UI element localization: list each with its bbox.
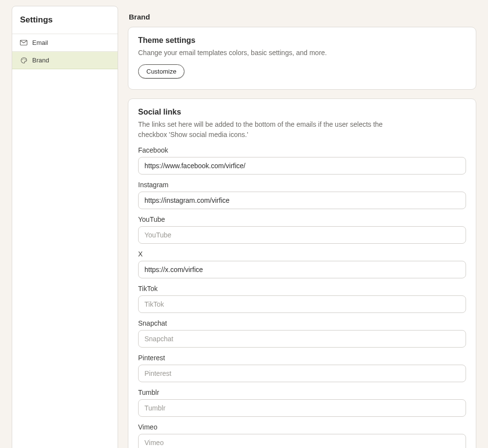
social-input-pinterest[interactable] xyxy=(138,365,466,382)
social-links-card: Social links The links set here will be … xyxy=(128,98,476,448)
svg-point-3 xyxy=(25,59,26,60)
social-field: Pinterest xyxy=(138,354,466,382)
social-fields-container: FacebookInstagramYouTubeXTikTokSnapchatP… xyxy=(138,146,466,448)
theme-settings-heading: Theme settings xyxy=(138,36,466,45)
social-field: TikTok xyxy=(138,285,466,313)
social-field: Tumblr xyxy=(138,389,466,417)
social-input-facebook[interactable] xyxy=(138,157,466,175)
theme-settings-card: Theme settings Change your email templat… xyxy=(128,27,476,90)
social-field-label: Snapchat xyxy=(138,319,466,327)
social-input-x[interactable] xyxy=(138,261,466,278)
social-field-label: Instagram xyxy=(138,181,466,189)
email-icon xyxy=(20,39,27,46)
sidebar-item-email[interactable]: Email xyxy=(12,34,118,52)
social-field: Vimeo xyxy=(138,423,466,448)
social-input-tumblr[interactable] xyxy=(138,399,466,417)
palette-icon xyxy=(20,57,27,63)
social-links-description: The links set here will be added to the … xyxy=(138,119,392,139)
svg-point-2 xyxy=(23,58,24,59)
social-input-tiktok[interactable] xyxy=(138,295,466,313)
social-field-label: Vimeo xyxy=(138,423,466,431)
social-input-snapchat[interactable] xyxy=(138,330,466,348)
sidebar-item-brand[interactable]: Brand xyxy=(12,52,118,69)
social-field: Instagram xyxy=(138,181,466,209)
social-field-label: TikTok xyxy=(138,285,466,292)
sidebar-item-label: Brand xyxy=(32,57,49,64)
settings-sidebar: Settings Email Brand xyxy=(12,6,118,448)
sidebar-title: Settings xyxy=(12,6,118,34)
main-content: Brand Theme settings Change your email t… xyxy=(128,6,476,448)
social-field-label: Pinterest xyxy=(138,354,466,362)
social-field-label: X xyxy=(138,250,466,258)
svg-point-1 xyxy=(22,59,23,60)
social-input-instagram[interactable] xyxy=(138,192,466,209)
social-links-heading: Social links xyxy=(138,108,466,117)
social-field-label: Tumblr xyxy=(138,389,466,396)
page-title: Brand xyxy=(128,6,476,27)
social-field: Snapchat xyxy=(138,319,466,348)
social-input-youtube[interactable] xyxy=(138,226,466,244)
customize-button[interactable]: Customize xyxy=(138,64,184,78)
social-field-label: Facebook xyxy=(138,146,466,154)
social-field: YouTube xyxy=(138,215,466,244)
sidebar-item-label: Email xyxy=(32,39,48,46)
social-field: X xyxy=(138,250,466,278)
social-field-label: YouTube xyxy=(138,215,466,223)
social-input-vimeo[interactable] xyxy=(138,434,466,448)
theme-settings-description: Change your email templates colors, basi… xyxy=(138,48,466,58)
social-field: Facebook xyxy=(138,146,466,175)
